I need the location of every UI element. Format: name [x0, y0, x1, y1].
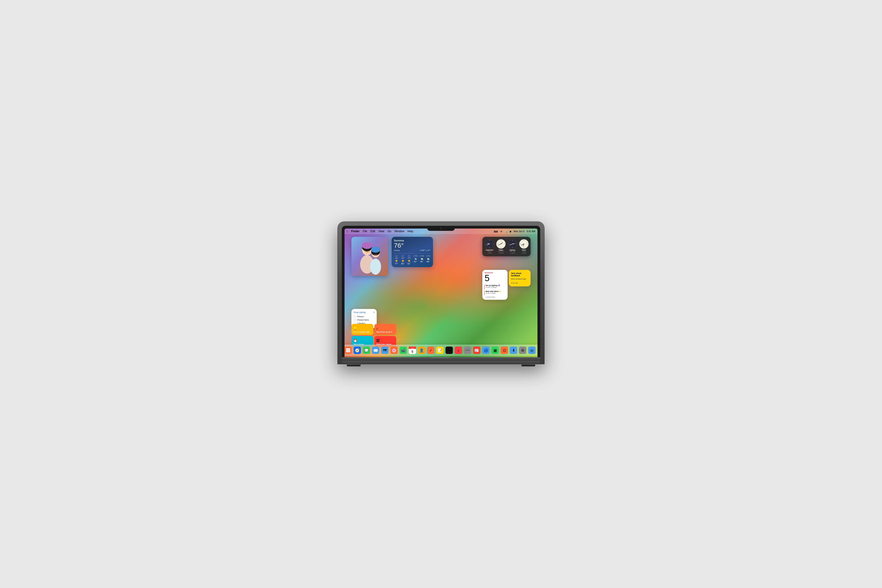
svg-point-12 [370, 259, 381, 275]
svg-point-88 [348, 351, 349, 352]
forecast-time: 10 AM [394, 255, 399, 259]
clock-paris: Paris Today+9HRS [519, 239, 529, 254]
finder-menu[interactable]: Finder [351, 230, 360, 233]
svg-point-44 [501, 244, 501, 244]
photo-widget [351, 237, 388, 276]
svg-text:🌸: 🌸 [392, 348, 396, 352]
svg-point-87 [346, 351, 348, 352]
shortcut-turn-on-studio-ligh.[interactable]: 💡 Turn on Studio Ligh... [351, 324, 373, 335]
dock-icon-news[interactable]: 📰 [473, 346, 481, 354]
dock-icon-calendar[interactable]: 5JUN [408, 346, 417, 354]
cal-event-bar [484, 291, 484, 295]
forecast-icon: 🌤 [413, 258, 418, 260]
svg-text:JUN: JUN [411, 348, 414, 349]
shortcut-icon: ⏰ [353, 339, 371, 342]
dock-icon-music[interactable]: ♪ [454, 346, 463, 354]
cal-event-item: Meet with talent 🌟 12:30–1:00pm [484, 290, 506, 295]
dock-icon-messages[interactable]: 💬 [363, 346, 371, 354]
dock-icon-freeform[interactable]: 〰 [464, 346, 472, 354]
dock-icon-finder2[interactable]: 🔵 [482, 346, 490, 354]
dock-icon-launchpad[interactable] [345, 346, 352, 354]
file-menu[interactable]: File [363, 230, 367, 233]
dock-icon-reminders[interactable]: ✓ [427, 346, 435, 354]
weather-hi-lo: H:88° L:57° [420, 249, 430, 252]
svg-text:▦: ▦ [494, 348, 497, 352]
view-menu[interactable]: View [378, 230, 384, 233]
note-time: 8:30 AM [511, 282, 528, 284]
svg-text:📹: 📹 [401, 348, 406, 352]
dock-icon-maps[interactable]: 🗺 [381, 346, 389, 354]
svg-text:⚙: ⚙ [521, 348, 524, 352]
clock-tokyo: Tokyo Tomorrow+16HRS [496, 239, 506, 254]
cal-event-time: 12:30–1:00pm [486, 292, 501, 294]
svg-line-70 [520, 246, 521, 246]
edit-menu[interactable]: Edit [370, 230, 375, 233]
window-menu[interactable]: Window [394, 230, 404, 233]
svg-text:TV: TV [447, 348, 452, 352]
dock-icon-numbers[interactable]: ▦ [491, 346, 500, 354]
svg-point-11 [371, 247, 380, 253]
forecast-icon: ☀️ [394, 260, 399, 262]
reminder-item: Flowers [354, 315, 374, 318]
dock-icon-contacts[interactable]: 👤 [418, 346, 426, 354]
svg-text:🔵: 🔵 [484, 348, 488, 352]
trackpad-notch [432, 357, 450, 358]
cal-events: Set up lighting 🔮 12:00–12:30pm Meet wit… [482, 284, 508, 300]
svg-text:📝: 📝 [438, 348, 442, 352]
dock-icon-safari[interactable]: 🧭 [353, 346, 362, 354]
cal-event-title: Meet with talent 🌟 [486, 290, 501, 292]
forecast-time: 12 PM [406, 255, 412, 259]
calendar-widget: MONDAY 5 Set up lighting 🔮 12:00–12:30pm… [482, 270, 508, 300]
dock-icon-keynote[interactable]: ⊡ [500, 346, 508, 354]
svg-line-51 [514, 247, 514, 248]
screen:  Finder File Edit View Go Window Help ▮… [345, 228, 537, 357]
forecast-temp: 77° [394, 262, 399, 265]
svg-line-73 [522, 240, 522, 241]
apple-menu[interactable]:  [347, 230, 348, 233]
dock-icon-photos[interactable]: 🌸 [390, 346, 398, 354]
clock-city: Paris [522, 249, 526, 251]
weather-city: Sonoma [394, 239, 430, 242]
weather-forecast: 10 AM ☀️ 77° 11 AM ☀️ 80° 12 PM ☀️ 81° 1… [394, 254, 430, 265]
forecast-icon: ☀️ [406, 260, 412, 262]
dock-icon-mail[interactable]: ✉️ [372, 346, 380, 354]
shortcuts-widget: 💡 Turn on Studio Ligh... ♪ Play Photo Sh… [351, 324, 396, 347]
wifi-icon[interactable]: ⊛ [500, 230, 502, 232]
svg-line-21 [488, 247, 488, 248]
cal-event-bar [484, 285, 484, 289]
svg-point-89 [349, 351, 350, 352]
help-menu[interactable]: Help [408, 230, 413, 233]
siri-icon[interactable]: ◉ [510, 230, 512, 232]
battery-icon: ▮▮▮ [494, 230, 498, 232]
weather-temp: 76° [394, 242, 430, 249]
dock-icon-settings[interactable]: ⚙ [519, 346, 527, 354]
clock-cupertino: Cupertino Today+0HRS [484, 239, 494, 254]
clock-sydney: Sydney Tomorrow+17HRS [508, 239, 517, 254]
dock-icon-facetime[interactable]: 📹 [399, 346, 408, 354]
clock-face-svg [484, 239, 494, 249]
reminder-circle [354, 319, 356, 321]
dock-icon-appstore[interactable]: ⬇ [510, 346, 518, 354]
shortcut-icon: 🖼 [376, 339, 394, 342]
svg-text:🗺: 🗺 [383, 348, 387, 352]
dock: 🧭💬✉️🗺🌸📹5JUN👤✓📝TV♪〰📰🔵▦⊡⬇⚙◎ [345, 345, 537, 356]
svg-line-50 [516, 246, 516, 246]
dock-icon-center[interactable]: ◎ [528, 346, 536, 354]
svg-point-81 [346, 348, 348, 350]
search-icon[interactable]: 🔍 [504, 230, 507, 232]
dock-icon-tv[interactable]: TV [445, 346, 453, 354]
forecast-item: 1 PM 🌤 81° [413, 255, 418, 265]
svg-text:💬: 💬 [364, 348, 369, 352]
svg-point-60 [512, 244, 513, 244]
cal-header: MONDAY 5 [482, 270, 508, 284]
svg-point-76 [524, 244, 524, 244]
clocks-widget: Cupertino Today+0HRS Tokyo Tomorrow+16HR… [482, 237, 531, 256]
shortcut-play-photo-shoot-p..[interactable]: ♪ Play Photo Shoot P... [374, 324, 396, 335]
go-menu[interactable]: Go [387, 230, 391, 233]
cal-date: 5 [484, 274, 506, 282]
svg-line-25 [488, 240, 488, 241]
forecast-icon: ⛅ [419, 258, 424, 260]
forecast-item: 12 PM ☀️ 81° [406, 255, 412, 265]
reminders-list: Flowers Pleated fabric Cylinders [354, 315, 374, 324]
dock-icon-notes[interactable]: 📝 [436, 346, 444, 354]
